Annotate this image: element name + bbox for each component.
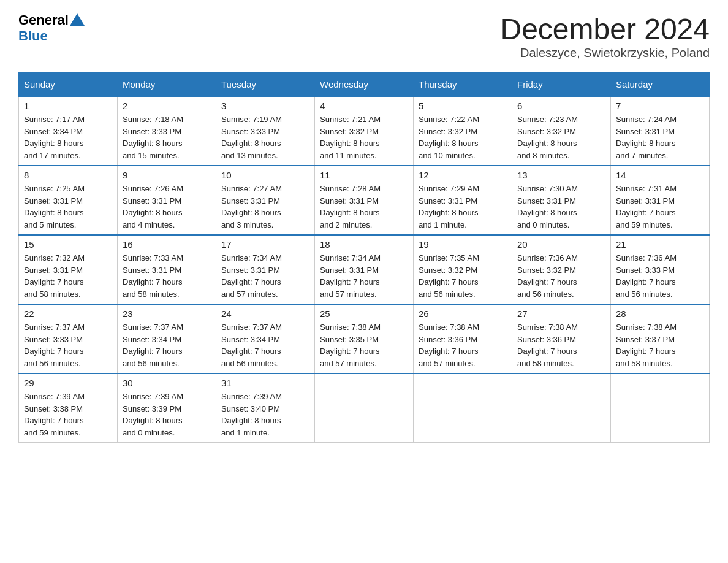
weekday-header-monday: Monday (118, 73, 216, 97)
day-number: 29 (24, 378, 112, 388)
logo-triangle-icon (70, 13, 85, 26)
day-number: 2 (123, 101, 211, 111)
day-info: Sunrise: 7:18 AM Sunset: 3:33 PM Dayligh… (123, 113, 211, 161)
day-info: Sunrise: 7:36 AM Sunset: 3:33 PM Dayligh… (616, 252, 704, 300)
day-number: 1 (24, 101, 112, 111)
day-info: Sunrise: 7:34 AM Sunset: 3:31 PM Dayligh… (221, 252, 309, 300)
calendar-cell: 1Sunrise: 7:17 AM Sunset: 3:34 PM Daylig… (19, 96, 118, 166)
calendar-cell: 28Sunrise: 7:38 AM Sunset: 3:37 PM Dayli… (611, 304, 710, 373)
day-info: Sunrise: 7:27 AM Sunset: 3:31 PM Dayligh… (221, 183, 309, 231)
day-info: Sunrise: 7:38 AM Sunset: 3:35 PM Dayligh… (320, 321, 408, 369)
calendar-cell (611, 373, 710, 443)
calendar-cell: 6Sunrise: 7:23 AM Sunset: 3:32 PM Daylig… (512, 96, 611, 166)
day-number: 16 (123, 239, 211, 250)
calendar-cell: 15Sunrise: 7:32 AM Sunset: 3:31 PM Dayli… (19, 235, 118, 304)
calendar-cell: 16Sunrise: 7:33 AM Sunset: 3:31 PM Dayli… (118, 235, 216, 304)
day-number: 30 (123, 378, 211, 388)
page-header: General Blue December 2024 Daleszyce, Sw… (18, 12, 710, 60)
day-number: 9 (123, 170, 211, 180)
calendar-cell: 11Sunrise: 7:28 AM Sunset: 3:31 PM Dayli… (315, 166, 414, 235)
calendar-cell: 23Sunrise: 7:37 AM Sunset: 3:34 PM Dayli… (118, 304, 216, 373)
day-number: 5 (419, 101, 507, 111)
calendar-cell: 5Sunrise: 7:22 AM Sunset: 3:32 PM Daylig… (414, 96, 512, 166)
calendar-cell: 31Sunrise: 7:39 AM Sunset: 3:40 PM Dayli… (216, 373, 315, 443)
day-number: 18 (320, 239, 408, 250)
day-info: Sunrise: 7:38 AM Sunset: 3:36 PM Dayligh… (419, 321, 507, 369)
day-info: Sunrise: 7:38 AM Sunset: 3:36 PM Dayligh… (517, 321, 605, 369)
calendar-cell: 30Sunrise: 7:39 AM Sunset: 3:39 PM Dayli… (118, 373, 216, 443)
calendar-cell: 22Sunrise: 7:37 AM Sunset: 3:33 PM Dayli… (19, 304, 118, 373)
calendar-table: SundayMondayTuesdayWednesdayThursdayFrid… (18, 72, 710, 443)
day-info: Sunrise: 7:22 AM Sunset: 3:32 PM Dayligh… (419, 113, 507, 161)
day-number: 23 (123, 308, 211, 319)
calendar-cell: 7Sunrise: 7:24 AM Sunset: 3:31 PM Daylig… (611, 96, 710, 166)
calendar-week-row: 8Sunrise: 7:25 AM Sunset: 3:31 PM Daylig… (19, 166, 710, 235)
day-info: Sunrise: 7:30 AM Sunset: 3:31 PM Dayligh… (517, 183, 605, 231)
calendar-cell: 24Sunrise: 7:37 AM Sunset: 3:34 PM Dayli… (216, 304, 315, 373)
day-info: Sunrise: 7:39 AM Sunset: 3:38 PM Dayligh… (24, 391, 112, 439)
day-number: 6 (517, 101, 605, 111)
day-info: Sunrise: 7:31 AM Sunset: 3:31 PM Dayligh… (616, 183, 704, 231)
calendar-cell (315, 373, 414, 443)
logo-general-text: General (18, 12, 69, 28)
day-info: Sunrise: 7:19 AM Sunset: 3:33 PM Dayligh… (221, 113, 309, 161)
calendar-cell: 14Sunrise: 7:31 AM Sunset: 3:31 PM Dayli… (611, 166, 710, 235)
day-info: Sunrise: 7:23 AM Sunset: 3:32 PM Dayligh… (517, 113, 605, 161)
day-info: Sunrise: 7:38 AM Sunset: 3:37 PM Dayligh… (616, 321, 704, 369)
day-info: Sunrise: 7:33 AM Sunset: 3:31 PM Dayligh… (123, 252, 211, 300)
calendar-cell: 26Sunrise: 7:38 AM Sunset: 3:36 PM Dayli… (414, 304, 512, 373)
day-number: 22 (24, 308, 112, 319)
calendar-week-row: 29Sunrise: 7:39 AM Sunset: 3:38 PM Dayli… (19, 373, 710, 443)
calendar-cell: 3Sunrise: 7:19 AM Sunset: 3:33 PM Daylig… (216, 96, 315, 166)
day-number: 8 (24, 170, 112, 180)
day-number: 4 (320, 101, 408, 111)
day-number: 19 (419, 239, 507, 250)
calendar-cell (512, 373, 611, 443)
day-number: 27 (517, 308, 605, 319)
day-info: Sunrise: 7:37 AM Sunset: 3:34 PM Dayligh… (221, 321, 309, 369)
day-number: 26 (419, 308, 507, 319)
logo-blue-text: Blue (18, 28, 48, 44)
calendar-body: 1Sunrise: 7:17 AM Sunset: 3:34 PM Daylig… (19, 96, 710, 443)
calendar-cell: 27Sunrise: 7:38 AM Sunset: 3:36 PM Dayli… (512, 304, 611, 373)
day-info: Sunrise: 7:24 AM Sunset: 3:31 PM Dayligh… (616, 113, 704, 161)
day-number: 10 (221, 170, 309, 180)
day-info: Sunrise: 7:29 AM Sunset: 3:31 PM Dayligh… (419, 183, 507, 231)
calendar-header: SundayMondayTuesdayWednesdayThursdayFrid… (19, 73, 710, 97)
day-number: 25 (320, 308, 408, 319)
calendar-cell (414, 373, 512, 443)
day-info: Sunrise: 7:28 AM Sunset: 3:31 PM Dayligh… (320, 183, 408, 231)
calendar-week-row: 22Sunrise: 7:37 AM Sunset: 3:33 PM Dayli… (19, 304, 710, 373)
day-number: 24 (221, 308, 309, 319)
logo: General Blue (18, 12, 85, 44)
day-info: Sunrise: 7:17 AM Sunset: 3:34 PM Dayligh… (24, 113, 112, 161)
calendar-cell: 8Sunrise: 7:25 AM Sunset: 3:31 PM Daylig… (19, 166, 118, 235)
day-info: Sunrise: 7:25 AM Sunset: 3:31 PM Dayligh… (24, 183, 112, 231)
day-info: Sunrise: 7:32 AM Sunset: 3:31 PM Dayligh… (24, 252, 112, 300)
day-info: Sunrise: 7:37 AM Sunset: 3:33 PM Dayligh… (24, 321, 112, 369)
day-number: 20 (517, 239, 605, 250)
calendar-cell: 20Sunrise: 7:36 AM Sunset: 3:32 PM Dayli… (512, 235, 611, 304)
day-number: 13 (517, 170, 605, 180)
day-number: 31 (221, 378, 309, 388)
calendar-cell: 10Sunrise: 7:27 AM Sunset: 3:31 PM Dayli… (216, 166, 315, 235)
day-number: 14 (616, 170, 704, 180)
day-info: Sunrise: 7:21 AM Sunset: 3:32 PM Dayligh… (320, 113, 408, 161)
calendar-cell: 29Sunrise: 7:39 AM Sunset: 3:38 PM Dayli… (19, 373, 118, 443)
calendar-cell: 25Sunrise: 7:38 AM Sunset: 3:35 PM Dayli… (315, 304, 414, 373)
calendar-cell: 13Sunrise: 7:30 AM Sunset: 3:31 PM Dayli… (512, 166, 611, 235)
weekday-header-friday: Friday (512, 73, 611, 97)
weekday-header-thursday: Thursday (414, 73, 512, 97)
weekday-header-sunday: Sunday (19, 73, 118, 97)
day-info: Sunrise: 7:36 AM Sunset: 3:32 PM Dayligh… (517, 252, 605, 300)
day-number: 15 (24, 239, 112, 250)
calendar-cell: 2Sunrise: 7:18 AM Sunset: 3:33 PM Daylig… (118, 96, 216, 166)
calendar-title: December 2024 (500, 12, 710, 46)
title-section: December 2024 Daleszyce, Swietokrzyskie,… (500, 12, 710, 60)
calendar-cell: 17Sunrise: 7:34 AM Sunset: 3:31 PM Dayli… (216, 235, 315, 304)
day-number: 11 (320, 170, 408, 180)
calendar-subtitle: Daleszyce, Swietokrzyskie, Poland (500, 46, 710, 60)
day-info: Sunrise: 7:34 AM Sunset: 3:31 PM Dayligh… (320, 252, 408, 300)
day-number: 12 (419, 170, 507, 180)
day-number: 3 (221, 101, 309, 111)
